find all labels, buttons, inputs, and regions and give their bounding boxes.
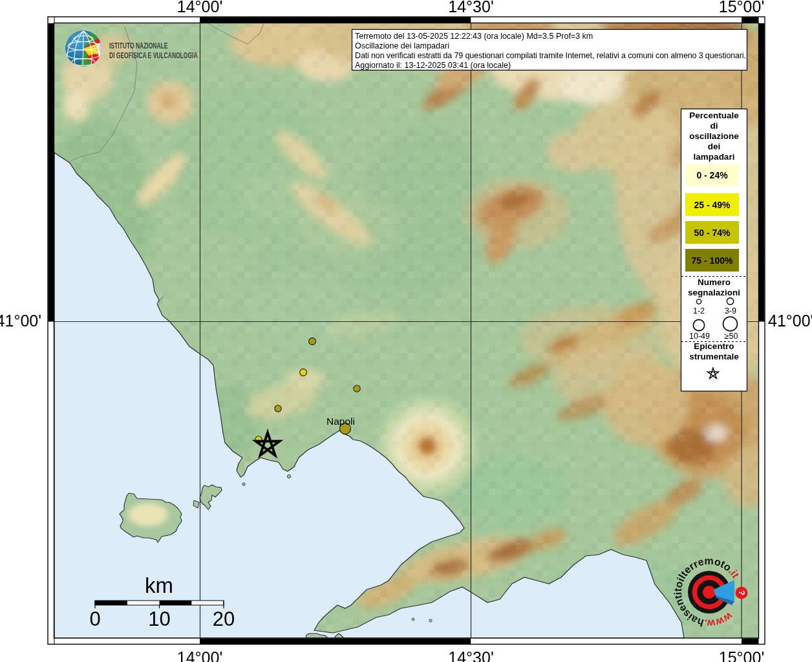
- svg-text:25 - 49%: 25 - 49%: [694, 200, 731, 210]
- svg-text:di: di: [710, 121, 718, 131]
- svg-text:0 - 24%: 0 - 24%: [696, 170, 728, 180]
- svg-text:Epicentro: Epicentro: [694, 341, 734, 351]
- svg-text:oscillazione: oscillazione: [689, 131, 739, 141]
- svg-text:41°00': 41°00': [768, 312, 812, 330]
- svg-text:?: ?: [737, 590, 747, 595]
- svg-text:0: 0: [89, 608, 100, 630]
- svg-text:14°30': 14°30': [448, 648, 493, 662]
- svg-text:ISTITUTO NAZIONALE: ISTITUTO NAZIONALE: [109, 41, 168, 50]
- svg-text:41°00': 41°00': [0, 312, 41, 330]
- svg-text:Terremoto del 13-05-2025 12:22: Terremoto del 13-05-2025 12:22:43 (ora l…: [355, 32, 593, 41]
- svg-text:Oscillazione dei lampadari: Oscillazione dei lampadari: [355, 41, 449, 50]
- svg-text:10: 10: [148, 608, 170, 630]
- svg-text:75 - 100%: 75 - 100%: [692, 255, 733, 266]
- svg-text:Percentuale: Percentuale: [689, 111, 739, 120]
- svg-text:Dati non verificati estratti d: Dati non verificati estratti da 79 quest…: [355, 51, 746, 60]
- svg-text:Aggiornato il: 13-12-2025 03:4: Aggiornato il: 13-12-2025 03:41 (ora loc…: [355, 61, 511, 70]
- svg-text:14°30': 14°30': [448, 0, 493, 16]
- svg-text:10-49: 10-49: [689, 332, 710, 341]
- svg-text:≥50: ≥50: [725, 332, 738, 341]
- svg-text:50 - 74%: 50 - 74%: [694, 228, 731, 238]
- svg-text:lampadari: lampadari: [694, 152, 735, 162]
- svg-text:1-2: 1-2: [693, 306, 705, 315]
- svg-text:DI GEOFISICA E VULCANOLOGIA: DI GEOFISICA E VULCANOLOGIA: [109, 50, 198, 59]
- svg-text:Napoli: Napoli: [326, 416, 355, 427]
- svg-text:20: 20: [213, 608, 235, 630]
- svg-text:dei: dei: [708, 142, 721, 151]
- svg-text:14°00': 14°00': [177, 0, 222, 16]
- svg-text:strumentale: strumentale: [689, 352, 739, 361]
- svg-text:3-9: 3-9: [725, 306, 736, 315]
- svg-text:segnalazioni: segnalazioni: [688, 288, 740, 297]
- svg-text:Numero: Numero: [698, 277, 731, 287]
- svg-text:15°00': 15°00': [719, 648, 764, 662]
- svg-text:km: km: [145, 573, 173, 597]
- svg-text:15°00': 15°00': [719, 0, 764, 16]
- svg-text:14°00': 14°00': [177, 648, 222, 662]
